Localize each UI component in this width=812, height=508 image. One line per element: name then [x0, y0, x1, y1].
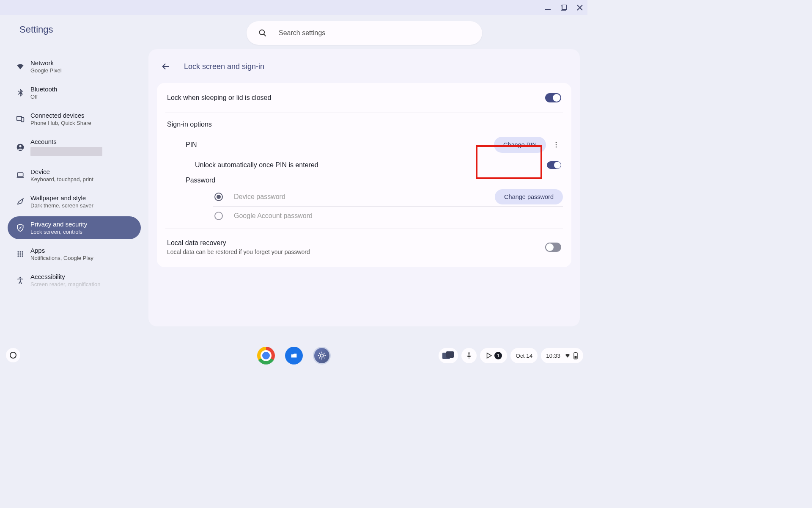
lock-sleep-row[interactable]: Lock when sleeping or lid is closed	[165, 83, 563, 113]
svg-point-7	[19, 145, 21, 147]
brush-icon	[14, 197, 27, 206]
date-display[interactable]: Oct 14	[510, 348, 538, 363]
notifications-button[interactable]: 1	[480, 348, 507, 363]
svg-point-2	[260, 30, 265, 35]
sidebar-item-wallpaper[interactable]: Wallpaper and style Dark theme, screen s…	[8, 190, 141, 213]
svg-rect-5	[22, 118, 24, 122]
sidebar-item-label: Device	[30, 168, 93, 175]
lock-sleep-toggle[interactable]	[545, 93, 561, 102]
sidebar: Network Google Pixel Bluetooth Off Con	[0, 44, 141, 344]
wifi-status-icon	[564, 353, 571, 359]
google-password-radio[interactable]	[214, 212, 223, 220]
device-password-row[interactable]: Device password Change password	[165, 188, 563, 206]
svg-point-16	[17, 255, 19, 257]
svg-rect-29	[575, 352, 576, 353]
shelf: 1 Oct 14 10:33	[0, 344, 587, 367]
sidebar-item-connected-devices[interactable]: Connected devices Phone Hub, Quick Share	[8, 108, 141, 130]
svg-rect-8	[17, 173, 23, 177]
change-pin-button[interactable]: Change PIN	[494, 137, 546, 153]
svg-point-11	[19, 251, 21, 252]
settings-app-icon[interactable]	[313, 347, 331, 364]
pin-label: PIN	[186, 141, 197, 149]
sidebar-item-label: Privacy and security	[30, 221, 87, 228]
auto-unlock-toggle[interactable]	[547, 161, 561, 169]
search-bar[interactable]	[247, 21, 482, 45]
signin-options-title: Sign-in options	[165, 113, 563, 130]
sidebar-item-accounts[interactable]: Accounts	[8, 134, 141, 160]
svg-rect-26	[446, 351, 454, 358]
local-recovery-toggle[interactable]	[545, 243, 561, 252]
sidebar-item-network[interactable]: Network Google Pixel	[8, 55, 141, 78]
svg-point-22	[556, 146, 557, 148]
sidebar-item-sublabel: Dark theme, screen saver	[30, 202, 93, 209]
svg-point-24	[320, 354, 323, 357]
svg-rect-30	[575, 356, 577, 359]
password-section-label: Password	[165, 177, 563, 188]
sidebar-item-label: Connected devices	[30, 112, 91, 119]
devices-icon	[14, 115, 27, 123]
sidebar-item-apps[interactable]: Apps Notifications, Google Play	[8, 243, 141, 265]
sidebar-item-device[interactable]: Device Keyboard, touchpad, print	[8, 164, 141, 187]
sidebar-item-sublabel: Off	[30, 94, 57, 100]
apps-icon	[14, 250, 27, 258]
svg-point-21	[556, 144, 557, 146]
page-title: Lock screen and sign-in	[184, 62, 264, 71]
laptop-icon	[14, 171, 27, 179]
svg-point-19	[19, 277, 21, 278]
device-password-radio[interactable]	[214, 193, 223, 201]
svg-line-3	[264, 34, 266, 36]
status-area[interactable]: 1 Oct 14 10:33	[439, 348, 583, 363]
page-header: Lock screen and sign-in	[148, 58, 580, 83]
svg-point-12	[22, 251, 23, 252]
local-recovery-label: Local data recovery	[167, 239, 310, 247]
pin-more-button[interactable]	[551, 141, 561, 149]
search-icon	[258, 29, 267, 37]
window-titlebar	[0, 0, 587, 15]
bluetooth-icon	[14, 88, 27, 97]
svg-point-17	[19, 255, 21, 257]
local-recovery-row[interactable]: Local data recovery Local data can be re…	[165, 229, 563, 267]
svg-rect-1	[562, 5, 567, 9]
battery-status-icon	[573, 352, 578, 359]
change-password-button[interactable]: Change password	[495, 189, 563, 204]
tote-button[interactable]	[439, 348, 458, 363]
time-display: 10:33	[546, 353, 560, 359]
files-app-icon[interactable]	[285, 347, 303, 364]
device-password-label: Device password	[234, 193, 285, 201]
wifi-icon	[14, 62, 27, 71]
svg-rect-27	[468, 353, 470, 356]
launcher-button[interactable]	[6, 348, 20, 362]
svg-point-18	[22, 255, 23, 257]
main-content: Lock screen and sign-in Lock when sleepi…	[141, 44, 587, 344]
svg-point-14	[19, 253, 21, 254]
google-password-label: Google Account password	[234, 212, 313, 220]
window-close-button[interactable]	[576, 3, 584, 12]
sidebar-item-sublabel: Screen reader, magnification	[30, 281, 100, 287]
account-redacted	[30, 147, 102, 156]
svg-rect-4	[17, 116, 22, 120]
account-icon	[14, 143, 27, 152]
window-minimize-button[interactable]	[543, 3, 552, 12]
chrome-app-icon[interactable]	[257, 347, 275, 364]
window-maximize-button[interactable]	[560, 3, 568, 12]
sidebar-item-accessibility[interactable]: Accessibility Screen reader, magnificati…	[8, 269, 141, 292]
back-button[interactable]	[161, 62, 170, 71]
sidebar-item-bluetooth[interactable]: Bluetooth Off	[8, 81, 141, 104]
app-title: Settings	[19, 24, 53, 35]
sidebar-item-sublabel: Lock screen, controls	[30, 229, 87, 235]
auto-unlock-row[interactable]: Unlock automatically once PIN is entered	[165, 159, 563, 177]
sidebar-item-label: Network	[30, 59, 62, 66]
sidebar-item-label: Wallpaper and style	[30, 194, 93, 202]
sidebar-item-sublabel: Phone Hub, Quick Share	[30, 120, 91, 126]
sidebar-item-label: Accounts	[30, 138, 102, 145]
status-tray[interactable]: 10:33	[541, 348, 583, 363]
search-input[interactable]	[279, 29, 448, 37]
svg-point-10	[17, 251, 19, 252]
notification-count-badge: 1	[494, 352, 502, 359]
sidebar-item-privacy-security[interactable]: Privacy and security Lock screen, contro…	[8, 216, 141, 239]
sidebar-item-label: Accessibility	[30, 273, 100, 280]
shield-icon	[14, 224, 27, 232]
google-password-row[interactable]: Google Account password	[165, 207, 563, 229]
accessibility-icon	[14, 276, 27, 284]
dictation-button[interactable]	[461, 348, 477, 363]
